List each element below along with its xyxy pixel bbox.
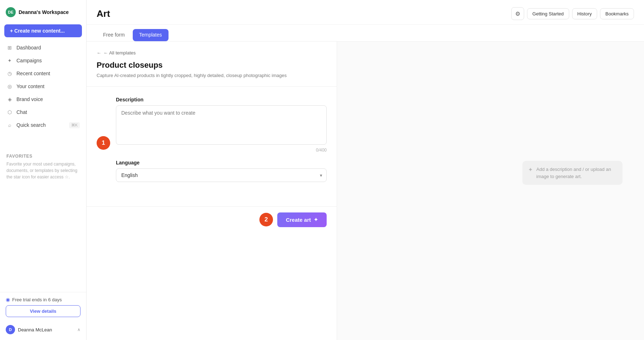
avatar: D [6, 325, 15, 334]
hint-sparkle-icon: ✦ [528, 166, 533, 173]
trial-icon: ◉ [6, 297, 10, 302]
right-panel: ✦ Add a description and / or upload an i… [337, 42, 644, 340]
sidebar-item-label: Recent content [16, 71, 50, 76]
sidebar-item-dashboard[interactable]: ⊞ Dashboard [3, 42, 83, 54]
sidebar-item-campaigns[interactable]: ✦ Campaigns [3, 54, 83, 67]
language-label: Language [116, 160, 327, 166]
getting-started-button[interactable]: Getting Started [527, 8, 569, 19]
content-area: ← ← All templates Product closeups Captu… [87, 42, 644, 340]
bookmarks-button[interactable]: Bookmarks [600, 8, 634, 19]
art-hint-box: ✦ Add a description and / or upload an i… [522, 161, 623, 185]
dashboard-icon: ⊞ [6, 44, 13, 51]
create-art-button[interactable]: Create art ✦ [277, 212, 327, 227]
topbar: Art ⚙ Getting Started History Bookmarks [87, 0, 644, 25]
step-2-row: 2 Create art ✦ [259, 212, 327, 227]
page-title: Art [97, 8, 110, 19]
description-textarea[interactable] [116, 105, 327, 145]
sidebar-item-label: Brand voice [16, 96, 43, 102]
sidebar-item-your-content[interactable]: ◎ Your content [3, 80, 83, 92]
sidebar-item-label: Campaigns [16, 58, 42, 63]
sidebar-item-recent-content[interactable]: ◷ Recent content [3, 67, 83, 80]
sidebar-item-brand-voice[interactable]: ◈ Brand voice [3, 93, 83, 105]
char-count: 0/400 [116, 148, 327, 153]
user-row[interactable]: D Deanna McLean ∧ [0, 321, 86, 336]
user-name: Deanna McLean [18, 327, 74, 332]
chevron-up-icon: ∧ [77, 327, 80, 332]
history-button[interactable]: History [572, 8, 597, 19]
main-content: Art ⚙ Getting Started History Bookmarks … [87, 0, 644, 340]
workspace-avatar: DE [6, 7, 16, 17]
topbar-actions: ⚙ Getting Started History Bookmarks [511, 7, 634, 20]
sidebar-item-label: Dashboard [16, 45, 41, 51]
view-details-button[interactable]: View details [6, 305, 80, 317]
create-new-content-button[interactable]: + Create new content... [4, 24, 82, 37]
tabs-bar: Free form Templates [87, 25, 644, 42]
sidebar-footer: ◉ Free trial ends in 6 days View details [0, 292, 86, 321]
favorites-description: Favorite your most used campaigns, docum… [6, 161, 80, 180]
settings-button[interactable]: ⚙ [511, 7, 524, 20]
favorites-title: Favorites [6, 154, 80, 159]
sidebar-item-quick-search[interactable]: ⌕ Quick search ⌘K [3, 119, 83, 131]
step-1-row: 1 Description 0/400 Language English [97, 97, 327, 189]
tab-templates[interactable]: Templates [133, 29, 169, 41]
tab-free-form[interactable]: Free form [97, 29, 131, 41]
description-group: Description 0/400 [116, 97, 327, 153]
hint-text: Add a description and / or upload an ima… [536, 166, 617, 180]
template-title: Product closeups [97, 61, 327, 70]
sidebar-item-label: Chat [16, 109, 27, 115]
sidebar-header: DE Deanna's Workspace [0, 4, 86, 23]
create-btn-label: + Create new content... [10, 28, 65, 34]
sidebar-item-chat[interactable]: ⬡ Chat [3, 106, 83, 118]
trial-notice-text: Free trial ends in 6 days [12, 297, 62, 302]
sidebar-nav: ⊞ Dashboard ✦ Campaigns ◷ Recent content… [0, 42, 86, 149]
template-description: Capture AI-created products in tightly c… [97, 72, 327, 79]
language-group: Language English Spanish French German I… [116, 160, 327, 182]
trial-notice: ◉ Free trial ends in 6 days [6, 297, 80, 302]
back-to-templates-link[interactable]: ← ← All templates [97, 50, 327, 56]
sparkle-icon: ✦ [314, 217, 318, 222]
create-art-label: Create art [286, 217, 311, 223]
action-bar: 2 Create art ✦ [87, 206, 337, 233]
back-arrow-icon: ← [97, 50, 101, 56]
workspace-name: Deanna's Workspace [19, 9, 69, 15]
sidebar: DE Deanna's Workspace + Create new conte… [0, 0, 87, 340]
left-panel: ← ← All templates Product closeups Captu… [87, 42, 337, 340]
favorites-section: Favorites Favorite your most used campai… [0, 149, 86, 185]
chat-icon: ⬡ [6, 109, 13, 115]
campaigns-icon: ✦ [6, 57, 13, 64]
back-label: ← All templates [103, 50, 136, 56]
step-2-badge: 2 [259, 213, 273, 226]
shortcut-badge: ⌘K [69, 122, 80, 128]
search-icon: ⌕ [6, 122, 13, 128]
gear-icon: ⚙ [515, 10, 520, 17]
sidebar-item-label: Your content [16, 83, 44, 89]
language-select-wrap: English Spanish French German Italian Po… [116, 168, 327, 182]
language-select[interactable]: English Spanish French German Italian Po… [116, 168, 327, 182]
step-1-badge: 1 [97, 136, 110, 150]
recent-content-icon: ◷ [6, 70, 13, 77]
form-section: 1 Description 0/400 Language English [87, 87, 337, 206]
step-1-content: Description 0/400 Language English Spani… [116, 97, 327, 189]
sidebar-item-label: Quick search [16, 122, 46, 128]
template-header: ← ← All templates Product closeups Captu… [87, 42, 337, 87]
brand-voice-icon: ◈ [6, 96, 13, 102]
your-content-icon: ◎ [6, 83, 13, 90]
description-label: Description [116, 97, 327, 102]
